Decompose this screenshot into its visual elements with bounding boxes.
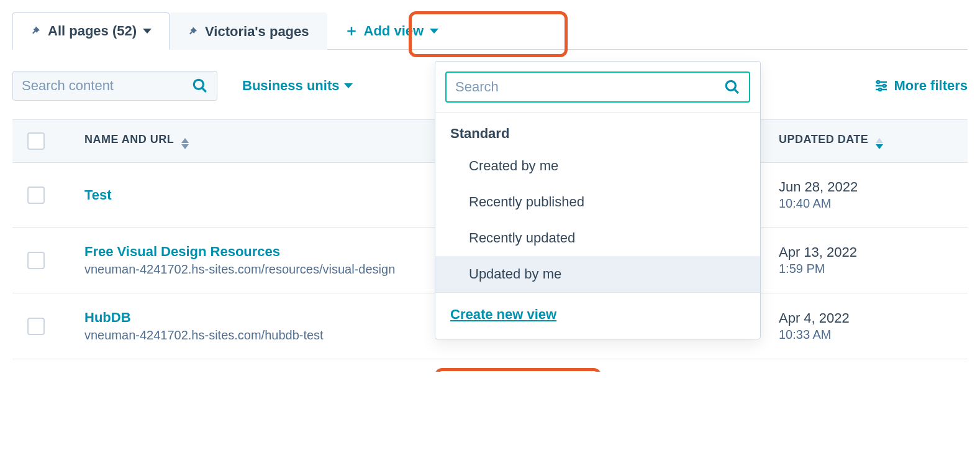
tab-all-pages-label: All pages (52) xyxy=(48,23,137,39)
popover-item[interactable]: Recently published xyxy=(435,184,760,220)
more-filters-label: More filters xyxy=(894,78,968,94)
business-units-filter[interactable]: Business units xyxy=(242,78,353,94)
add-view-popover: Standard Created by meRecently published… xyxy=(435,61,761,339)
popover-item[interactable]: Created by me xyxy=(435,148,760,184)
row-checkbox[interactable] xyxy=(27,318,45,335)
plus-icon xyxy=(345,25,358,37)
chevron-down-icon xyxy=(430,29,438,34)
tab-victoria-label: Victoria's pages xyxy=(205,24,309,40)
popover-item[interactable]: Recently updated xyxy=(435,220,760,256)
chevron-down-icon xyxy=(344,83,353,88)
search-icon xyxy=(724,79,740,95)
popover-search-box[interactable] xyxy=(445,71,750,103)
search-input[interactable] xyxy=(22,78,171,94)
popover-section-label: Standard xyxy=(435,113,760,148)
highlight-create-new-view xyxy=(435,368,601,372)
svg-point-4 xyxy=(726,81,735,90)
search-content-box[interactable] xyxy=(12,71,217,101)
updated-date: Jun 28, 2022 xyxy=(779,179,953,195)
create-new-view-link[interactable]: Create new view xyxy=(450,306,556,322)
sort-icon xyxy=(181,138,189,149)
business-units-label: Business units xyxy=(242,78,339,94)
svg-point-0 xyxy=(194,80,203,89)
sliders-icon xyxy=(874,78,889,93)
sort-icon xyxy=(876,138,883,149)
tab-add-view[interactable]: Add view xyxy=(327,12,457,50)
updated-date: Apr 13, 2022 xyxy=(779,244,953,260)
column-header-updated[interactable]: UPDATED DATE xyxy=(779,133,953,149)
row-checkbox[interactable] xyxy=(27,186,45,204)
updated-time: 1:59 PM xyxy=(779,262,953,276)
tab-all-pages[interactable]: All pages (52) xyxy=(12,12,170,50)
search-icon xyxy=(192,78,208,94)
select-all-checkbox[interactable] xyxy=(27,132,45,150)
svg-point-1 xyxy=(877,81,879,83)
updated-time: 10:33 AM xyxy=(779,328,953,342)
pin-icon xyxy=(188,26,199,37)
updated-date: Apr 4, 2022 xyxy=(779,310,953,326)
svg-point-3 xyxy=(879,88,881,91)
pin-icon xyxy=(30,25,42,37)
popover-item[interactable]: Updated by me xyxy=(435,256,760,292)
more-filters-button[interactable]: More filters xyxy=(874,78,968,94)
chevron-down-icon xyxy=(143,29,152,34)
updated-time: 10:40 AM xyxy=(779,196,953,211)
row-checkbox[interactable] xyxy=(27,252,45,269)
tab-victoria-pages[interactable]: Victoria's pages xyxy=(170,12,327,50)
tab-add-view-label: Add view xyxy=(364,23,424,39)
tabs-bar: All pages (52) Victoria's pages Add view xyxy=(12,12,968,50)
popover-search-input[interactable] xyxy=(455,79,704,95)
svg-point-2 xyxy=(883,85,886,87)
